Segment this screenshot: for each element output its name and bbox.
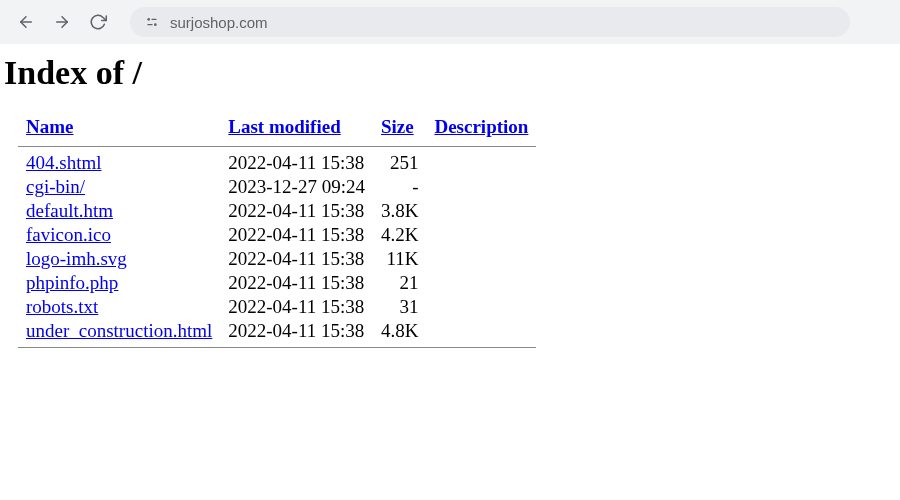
file-description [426,151,536,175]
file-link[interactable]: favicon.ico [26,224,111,245]
file-description [426,175,536,199]
file-modified: 2022-04-11 15:38 [220,151,373,175]
file-size: 3.8K [373,199,426,223]
table-row: logo-imh.svg2022-04-11 15:3811K [18,247,536,271]
file-size: 251 [373,151,426,175]
file-modified: 2022-04-11 15:38 [220,199,373,223]
file-description [426,271,536,295]
file-link[interactable]: phpinfo.php [26,272,118,293]
divider [18,347,536,348]
file-size: 4.8K [373,319,426,343]
file-modified: 2022-04-11 15:38 [220,295,373,319]
file-link[interactable]: 404.shtml [26,152,101,173]
file-modified: 2022-04-11 15:38 [220,247,373,271]
table-row: 404.shtml2022-04-11 15:38251 [18,151,536,175]
file-link[interactable]: default.htm [26,200,113,221]
divider [18,146,536,147]
page-title: Index of / [4,54,896,92]
sort-size-link[interactable]: Size [381,116,414,137]
sort-name-link[interactable]: Name [26,116,73,137]
table-row: cgi-bin/2023-12-27 09:24- [18,175,536,199]
url-text: surjoshop.com [170,14,268,31]
arrow-right-icon [53,13,71,31]
file-size: 4.2K [373,223,426,247]
file-size: 21 [373,271,426,295]
file-modified: 2023-12-27 09:24 [220,175,373,199]
file-link[interactable]: robots.txt [26,296,98,317]
table-row: default.htm2022-04-11 15:383.8K [18,199,536,223]
file-size: - [373,175,426,199]
sort-description-link[interactable]: Description [434,116,528,137]
table-row: robots.txt2022-04-11 15:3831 [18,295,536,319]
file-description [426,223,536,247]
forward-button[interactable] [48,8,76,36]
arrow-left-icon [17,13,35,31]
reload-icon [89,13,107,31]
back-button[interactable] [12,8,40,36]
svg-rect-5 [147,24,152,25]
sort-modified-link[interactable]: Last modified [228,116,340,137]
table-row: phpinfo.php2022-04-11 15:3821 [18,271,536,295]
file-description [426,319,536,343]
file-modified: 2022-04-11 15:38 [220,223,373,247]
file-description [426,199,536,223]
directory-listing: Name Last modified Size Description 404.… [18,112,536,352]
file-link[interactable]: cgi-bin/ [26,176,85,197]
file-modified: 2022-04-11 15:38 [220,271,373,295]
browser-toolbar: surjoshop.com [0,0,900,44]
file-link[interactable]: logo-imh.svg [26,248,127,269]
svg-point-2 [147,18,150,21]
table-row: under_construction.html2022-04-11 15:384… [18,319,536,343]
address-bar[interactable]: surjoshop.com [130,7,850,37]
file-description [426,247,536,271]
file-size: 11K [373,247,426,271]
table-row: favicon.ico2022-04-11 15:384.2K [18,223,536,247]
page-content: Index of / Name Last modified Size Descr… [0,44,900,362]
svg-point-4 [154,23,157,26]
file-modified: 2022-04-11 15:38 [220,319,373,343]
svg-rect-3 [151,19,156,20]
file-size: 31 [373,295,426,319]
file-description [426,295,536,319]
header-row: Name Last modified Size Description [18,112,536,142]
file-link[interactable]: under_construction.html [26,320,212,341]
reload-button[interactable] [84,8,112,36]
site-settings-icon[interactable] [144,14,160,30]
